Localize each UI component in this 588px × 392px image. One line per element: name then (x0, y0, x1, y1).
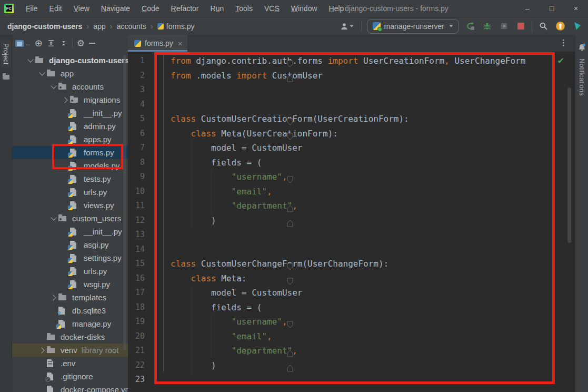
editor-scrollbar[interactable] (567, 87, 571, 243)
code-line-17[interactable]: 17 model = CustomUser (128, 286, 575, 300)
code-line-21[interactable]: 21 "department", (128, 344, 575, 358)
code-line-10[interactable]: 10 "email", (128, 184, 575, 199)
maximize-button[interactable]: □ (540, 0, 564, 17)
tree-item-asgi-py[interactable]: asgi.py (12, 238, 128, 251)
tree-chevron-icon[interactable] (49, 84, 58, 90)
breadcrumb-app[interactable]: app (91, 21, 107, 32)
minimize-button[interactable]: – (515, 0, 540, 17)
project-view-icon[interactable] (15, 40, 24, 47)
tree-item-accounts[interactable]: accounts (12, 80, 128, 93)
menu-vcs[interactable]: VCS (260, 2, 284, 15)
run-with-coverage-button[interactable] (498, 21, 510, 32)
code-line-16[interactable]: 16 class Meta: (128, 271, 575, 286)
project-scrollbar[interactable] (123, 55, 126, 350)
code-line-13[interactable]: 13 (128, 228, 575, 242)
hide-panel-icon[interactable] (89, 43, 95, 44)
tree-item-wsgi-py[interactable]: wsgi.py (12, 278, 128, 291)
fold-marker-icon[interactable] (287, 217, 293, 232)
notifications-tool-button[interactable]: Notifications (578, 58, 586, 96)
debug-button[interactable] (481, 21, 493, 32)
code-line-4[interactable]: 4 (128, 97, 575, 112)
fold-marker-icon[interactable] (287, 347, 293, 362)
tree-item-apps-py[interactable]: apps.py (12, 133, 128, 146)
tree-item-urls-py[interactable]: urls.py (12, 185, 128, 199)
tree-item-forms-py[interactable]: forms.py (12, 146, 128, 159)
tree-item-custom-users[interactable]: custom_users (12, 212, 128, 225)
code-line-6[interactable]: 6 class Meta(UserCreationForm): (128, 126, 575, 141)
fold-marker-icon[interactable] (287, 318, 293, 333)
menu-refactor[interactable]: Refactor (166, 2, 204, 15)
run-button[interactable] (464, 21, 476, 32)
tree-chevron-icon[interactable] (37, 348, 47, 352)
menu-tools[interactable]: Tools (231, 2, 257, 15)
tree-item-models-py[interactable]: models.py (12, 159, 128, 172)
tree-item-app[interactable]: app (12, 67, 128, 80)
folder-tool-icon[interactable] (3, 75, 9, 80)
tree-chevron-icon[interactable] (49, 215, 58, 221)
tree-item-manage-py[interactable]: manage.py (12, 317, 128, 330)
menu-file[interactable]: File (21, 2, 43, 15)
breadcrumb-accounts[interactable]: accounts (115, 21, 148, 32)
tree-item-migrations[interactable]: migrations (12, 93, 128, 106)
search-everywhere-button[interactable] (537, 21, 549, 32)
tree-chevron-icon[interactable] (61, 98, 70, 102)
menu-run[interactable]: Run (206, 2, 229, 15)
tree-item-django-custom-users[interactable]: django-custom-usersD:\ (12, 54, 128, 67)
tab-forms-py[interactable]: forms.py × (128, 35, 187, 52)
tree-item-views-py[interactable]: views.py (12, 199, 128, 212)
tree-item-venv[interactable]: venvlibrary root (12, 344, 128, 357)
code-line-5[interactable]: 5class CustomUserCreationForm(UserCreati… (128, 112, 575, 126)
tree-item-settings-py[interactable]: settings.py (12, 251, 128, 264)
breadcrumb-forms.py[interactable]: forms.py (155, 21, 197, 32)
fold-marker-icon[interactable] (287, 260, 293, 275)
tree-item-docker-compose-yml[interactable]: docker-compose.yml (12, 383, 128, 392)
code-line-7[interactable]: 7 model = CustomUser (128, 141, 575, 155)
editor-options-kebab-icon[interactable]: ⋮ (560, 38, 567, 47)
code-line-14[interactable]: 14 (128, 242, 575, 257)
gear-icon[interactable]: ⚙ (77, 39, 85, 48)
code-line-12[interactable]: 12 ) (128, 213, 575, 228)
tree-item-admin-py[interactable]: admin.py (12, 120, 128, 133)
update-project-button[interactable] (554, 21, 566, 32)
expand-all-icon[interactable] (47, 39, 55, 47)
code-line-1[interactable]: 1from django.contrib.auth.forms import U… (128, 54, 575, 68)
close-icon[interactable]: × (178, 39, 183, 48)
tree-item-urls-py[interactable]: urls.py (12, 264, 128, 278)
code-with-me-button[interactable] (571, 21, 583, 32)
tree-item--gitignore[interactable]: .gitignore (12, 370, 128, 383)
code-line-2[interactable]: 2from .models import CustomUser (128, 68, 575, 83)
fold-marker-icon[interactable] (287, 362, 293, 377)
tree-item-db-sqlite3[interactable]: ?db.sqlite3 (12, 304, 128, 317)
tree-chevron-icon[interactable] (26, 57, 35, 63)
fold-marker-icon[interactable] (287, 115, 293, 130)
fold-marker-icon[interactable] (287, 202, 293, 217)
fold-marker-icon[interactable] (287, 130, 293, 145)
project-tool-button[interactable]: Project (1, 40, 11, 67)
menu-navigate[interactable]: Navigate (96, 2, 135, 15)
fold-marker-icon[interactable] (287, 173, 293, 188)
notifications-bell-button[interactable] (577, 43, 586, 54)
code-line-20[interactable]: 20 "email", (128, 329, 575, 344)
fold-marker-icon[interactable] (287, 72, 293, 87)
tree-item-tests-py[interactable]: tests.py (12, 172, 128, 185)
code-line-19[interactable]: 19 "username", (128, 315, 575, 329)
tree-item--init-py[interactable]: __init__.py (12, 225, 128, 238)
code-line-9[interactable]: 9 "username", (128, 170, 575, 184)
menu-code[interactable]: Code (137, 2, 164, 15)
menu-edit[interactable]: Edit (45, 2, 67, 15)
tree-item--env[interactable]: .env (12, 357, 128, 370)
menu-view[interactable]: View (69, 2, 94, 15)
tree-item-docker-disks[interactable]: docker-disks (12, 330, 128, 344)
code-line-8[interactable]: 8 fields = ( (128, 155, 575, 170)
tree-chevron-icon[interactable] (49, 296, 58, 300)
fold-marker-icon[interactable] (287, 57, 293, 72)
user-account-button[interactable] (338, 21, 356, 32)
collapse-all-icon[interactable] (59, 39, 68, 47)
menu-window[interactable]: Window (286, 2, 322, 15)
stop-button[interactable] (515, 21, 526, 32)
run-configuration-select[interactable]: manage-runserver (367, 19, 459, 34)
code-line-22[interactable]: 22 ) (128, 358, 575, 373)
code-line-11[interactable]: 11 "department", (128, 199, 575, 213)
code-line-18[interactable]: 18 fields = ( (128, 300, 575, 315)
code-editor[interactable]: 1from django.contrib.auth.forms import U… (128, 52, 575, 392)
